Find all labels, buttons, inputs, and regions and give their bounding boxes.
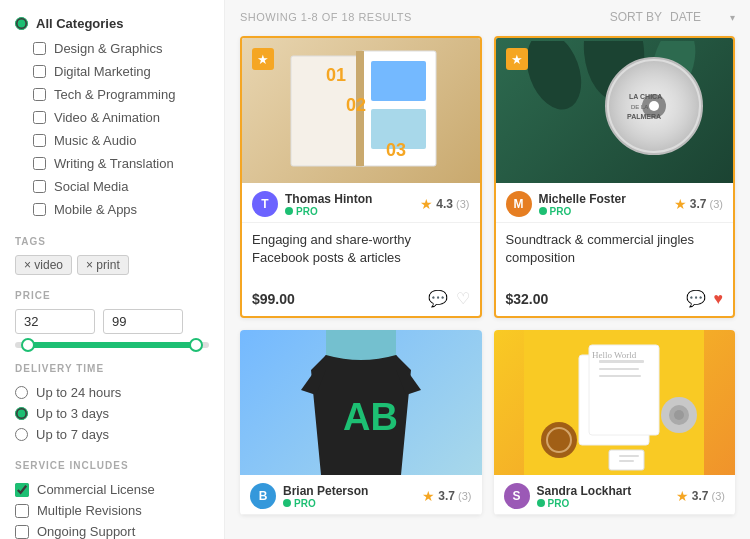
sort-by-label: SORT BY xyxy=(610,10,662,24)
sidebar-item-mobile[interactable]: Mobile & Apps xyxy=(33,198,209,221)
seller-name-3: Brian Peterson xyxy=(283,484,368,498)
service-ongoing-support[interactable]: Ongoing Support xyxy=(15,521,209,539)
music-illustration: LA CHICA DE LA PALMERA xyxy=(524,41,704,181)
categories-section: All Categories Design & Graphics Digital… xyxy=(15,10,209,221)
service-includes-list: Commercial License Multiple Revisions On… xyxy=(15,479,209,539)
card-body-2: Soundtrack & commercial jingles composit… xyxy=(496,223,734,283)
sort-by-container: SORT BY DATE PRICE RATING ▾ xyxy=(610,10,735,24)
card-1: ★ 01 02 03 xyxy=(240,36,482,318)
svg-rect-19 xyxy=(346,330,376,350)
sidebar-item-design[interactable]: Design & Graphics xyxy=(33,37,209,60)
cat-design-checkbox[interactable] xyxy=(33,42,46,55)
sidebar-item-music[interactable]: Music & Audio xyxy=(33,129,209,152)
svg-text:01: 01 xyxy=(326,65,346,85)
cat-video-checkbox[interactable] xyxy=(33,111,46,124)
seller-avatar-3: B xyxy=(250,483,276,509)
star-badge-2: ★ xyxy=(506,48,528,70)
price-slider[interactable] xyxy=(15,342,209,348)
seller-rating-4: ★ 3.7 (3) xyxy=(676,488,725,504)
sidebar-item-social[interactable]: Social Media xyxy=(33,175,209,198)
rating-num-2: 3.7 xyxy=(690,197,707,211)
slider-thumb-left[interactable] xyxy=(21,338,35,352)
cat-tech-checkbox[interactable] xyxy=(33,88,46,101)
service-includes-section: SERVICE INCLUDES Commercial License Mult… xyxy=(15,460,209,539)
card-image-4: Hello World xyxy=(494,330,736,475)
seller-avatar-1: T xyxy=(252,191,278,217)
delivery-7days[interactable]: Up to 7 days xyxy=(15,424,209,445)
pro-dot-4 xyxy=(537,499,545,507)
heart-icon-2[interactable]: ♥ xyxy=(714,290,724,308)
card-image-3: AB xyxy=(240,330,482,475)
cat-mobile-checkbox[interactable] xyxy=(33,203,46,216)
all-categories-item[interactable]: All Categories xyxy=(15,10,209,37)
main-content: Showing 1-8 of 18 Results SORT BY DATE P… xyxy=(225,0,750,539)
cat-writing-checkbox[interactable] xyxy=(33,157,46,170)
svg-text:PALMERA: PALMERA xyxy=(627,113,661,120)
delivery-24h[interactable]: Up to 24 hours xyxy=(15,382,209,403)
service-commercial-license[interactable]: Commercial License xyxy=(15,479,209,500)
svg-rect-26 xyxy=(599,375,641,377)
price-min-input[interactable] xyxy=(15,309,95,334)
card-seller-4: S Sandra Lockhart PRO ★ 3.7 (3) xyxy=(494,475,736,515)
comment-icon-1[interactable]: 💬 xyxy=(428,289,448,308)
sidebar-item-digital[interactable]: Digital Marketing xyxy=(33,60,209,83)
rating-star-3: ★ xyxy=(422,488,435,504)
cat-writing-label: Writing & Translation xyxy=(54,156,174,171)
sort-chevron-icon: ▾ xyxy=(730,12,735,23)
card-price-2: $32.00 xyxy=(506,291,549,307)
rating-count-3: (3) xyxy=(458,490,471,502)
card-4: Hello World S xyxy=(494,330,736,515)
svg-text:DE LA: DE LA xyxy=(631,104,648,110)
delivery-3days-radio[interactable] xyxy=(15,407,28,420)
sort-select[interactable]: DATE PRICE RATING xyxy=(670,10,730,24)
cat-music-checkbox[interactable] xyxy=(33,134,46,147)
service-commercial-checkbox[interactable] xyxy=(15,483,29,497)
price-section: PRICE xyxy=(15,290,209,348)
seller-avatar-4: S xyxy=(504,483,530,509)
seller-details-1: Thomas Hinton PRO xyxy=(285,192,372,217)
sidebar-item-writing[interactable]: Writing & Translation xyxy=(33,152,209,175)
card-footer-1: $99.00 💬 ♡ xyxy=(242,283,480,316)
main-header: Showing 1-8 of 18 Results SORT BY DATE P… xyxy=(240,10,735,24)
card-footer-2: $32.00 💬 ♥ xyxy=(496,283,734,316)
delivery-options: Up to 24 hours Up to 3 days Up to 7 days xyxy=(15,382,209,445)
cat-social-checkbox[interactable] xyxy=(33,180,46,193)
pro-label-2: PRO xyxy=(550,206,572,217)
rating-num-1: 4.3 xyxy=(436,197,453,211)
delivery-7days-radio[interactable] xyxy=(15,428,28,441)
cat-mobile-label: Mobile & Apps xyxy=(54,202,137,217)
service-revisions-checkbox[interactable] xyxy=(15,504,29,518)
rating-count-1: (3) xyxy=(456,198,469,210)
cat-design-label: Design & Graphics xyxy=(54,41,162,56)
comment-icon-2[interactable]: 💬 xyxy=(686,289,706,308)
all-categories-label: All Categories xyxy=(36,16,123,31)
heart-icon-1[interactable]: ♡ xyxy=(456,289,470,308)
price-max-input[interactable] xyxy=(103,309,183,334)
slider-thumb-right[interactable] xyxy=(189,338,203,352)
service-multiple-revisions[interactable]: Multiple Revisions xyxy=(15,500,209,521)
seller-info-2: M Michelle Foster PRO xyxy=(506,191,626,217)
sidebar-item-tech[interactable]: Tech & Programming xyxy=(33,83,209,106)
rating-count-2: (3) xyxy=(710,198,723,210)
delivery-3days[interactable]: Up to 3 days xyxy=(15,403,209,424)
sidebar-item-video[interactable]: Video & Animation xyxy=(33,106,209,129)
cat-digital-checkbox[interactable] xyxy=(33,65,46,78)
results-text: Showing 1-8 of 18 Results xyxy=(240,11,412,23)
tag-print[interactable]: × print xyxy=(77,255,129,275)
seller-name-2: Michelle Foster xyxy=(539,192,626,206)
delivery-24h-radio[interactable] xyxy=(15,386,28,399)
all-categories-radio[interactable] xyxy=(15,17,28,30)
rating-star-1: ★ xyxy=(420,196,433,212)
delivery-3days-label: Up to 3 days xyxy=(36,406,109,421)
rating-star-4: ★ xyxy=(676,488,689,504)
tag-print-label: × print xyxy=(86,258,120,272)
tag-video[interactable]: × video xyxy=(15,255,72,275)
svg-text:03: 03 xyxy=(386,140,406,160)
cat-social-label: Social Media xyxy=(54,179,128,194)
service-support-checkbox[interactable] xyxy=(15,525,29,539)
cat-tech-label: Tech & Programming xyxy=(54,87,175,102)
price-inputs xyxy=(15,309,209,334)
card-actions-2: 💬 ♥ xyxy=(686,289,724,308)
seller-rating-3: ★ 3.7 (3) xyxy=(422,488,471,504)
price-title: PRICE xyxy=(15,290,209,301)
